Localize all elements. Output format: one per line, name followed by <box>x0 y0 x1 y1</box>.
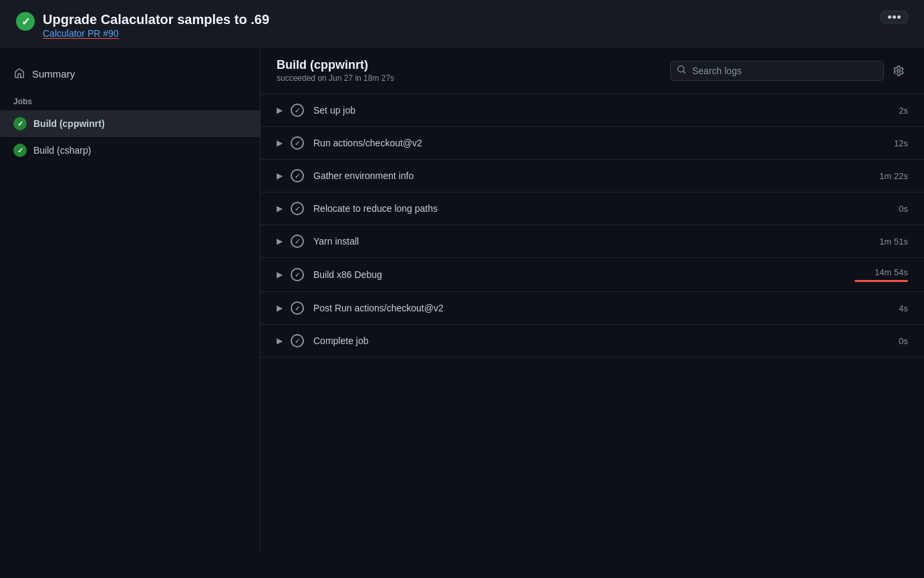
duration-with-bar: 14m 54s <box>855 267 908 282</box>
main-layout: Summary Jobs Build (cppwinrt) Build (csh… <box>0 47 924 552</box>
content-area: Build (cppwinrt) succeeded on Jun 27 in … <box>261 47 924 552</box>
step-row-run-checkout[interactable]: ▶ Run actions/checkout@v2 12s <box>261 127 924 160</box>
step-row-gather-env[interactable]: ▶ Gather environment info 1m 22s <box>261 160 924 192</box>
duration-bar <box>855 280 908 282</box>
job-success-icon-cppwinrt <box>13 117 27 130</box>
step-duration: 0s <box>899 204 908 214</box>
step-check-icon <box>291 104 304 117</box>
step-row-complete-job[interactable]: ▶ Complete job 0s <box>261 325 924 357</box>
header-left: Upgrade Calaculator samples to .69 Calcu… <box>16 11 269 39</box>
chevron-icon: ▶ <box>277 204 283 213</box>
step-name: Yarn install <box>313 236 879 247</box>
step-name: Complete job <box>313 335 899 346</box>
chevron-icon: ▶ <box>277 237 283 246</box>
page-title: Upgrade Calaculator samples to .69 <box>43 11 269 28</box>
step-duration: 2s <box>899 106 908 116</box>
step-row-yarn-install[interactable]: ▶ Yarn install 1m 51s <box>261 225 924 258</box>
sidebar-item-build-cppwinrt[interactable]: Build (cppwinrt) <box>0 110 260 137</box>
dot3 <box>897 15 901 19</box>
home-icon <box>13 67 25 80</box>
job-label-cppwinrt: Build (cppwinrt) <box>33 118 105 129</box>
chevron-icon: ▶ <box>277 336 283 345</box>
step-name: Set up job <box>313 105 899 116</box>
step-duration: 1m 22s <box>879 171 908 181</box>
step-row-relocate[interactable]: ▶ Relocate to reduce long paths 0s <box>261 192 924 225</box>
step-duration: 4s <box>899 303 908 313</box>
step-row-build-x86[interactable]: ▶ Build x86 Debug 14m 54s <box>261 258 924 292</box>
job-subtitle: succeeded on Jun 27 in 18m 27s <box>277 74 394 83</box>
step-name: Post Run actions/checkout@v2 <box>313 303 899 313</box>
content-header-left: Build (cppwinrt) succeeded on Jun 27 in … <box>277 58 394 83</box>
dot1 <box>888 15 891 19</box>
step-check-icon <box>291 301 304 315</box>
step-check-icon <box>291 202 304 215</box>
content-header: Build (cppwinrt) succeeded on Jun 27 in … <box>261 47 924 94</box>
step-name: Relocate to reduce long paths <box>313 203 899 214</box>
jobs-section-label: Jobs <box>0 86 260 110</box>
dot2 <box>893 15 896 19</box>
step-name: Gather environment info <box>313 170 879 181</box>
chevron-icon: ▶ <box>277 106 283 115</box>
chevron-icon: ▶ <box>277 171 283 180</box>
chevron-icon: ▶ <box>277 270 283 279</box>
success-icon <box>16 12 35 31</box>
step-check-icon <box>291 334 304 347</box>
step-duration: 14m 54s <box>875 267 908 277</box>
step-duration: 12s <box>894 138 908 148</box>
step-row-post-run-checkout[interactable]: ▶ Post Run actions/checkout@v2 4s <box>261 292 924 325</box>
step-name: Run actions/checkout@v2 <box>313 138 894 148</box>
job-success-icon-csharp <box>13 144 27 157</box>
job-label-csharp: Build (csharp) <box>33 145 91 156</box>
step-duration: 1m 51s <box>879 237 908 247</box>
steps-list: ▶ Set up job 2s ▶ Run actions/checkout@v… <box>261 94 924 357</box>
search-icon <box>677 65 686 76</box>
pr-link[interactable]: Calculator PR #90 <box>43 28 119 39</box>
chevron-icon: ▶ <box>277 138 283 148</box>
step-check-icon <box>291 268 304 281</box>
step-check-icon <box>291 235 304 248</box>
more-options-button[interactable] <box>881 11 908 23</box>
settings-button[interactable] <box>889 61 908 80</box>
summary-label: Summary <box>32 68 75 80</box>
search-input-wrapper <box>670 61 884 81</box>
search-input[interactable] <box>670 61 884 81</box>
chevron-icon: ▶ <box>277 303 283 313</box>
sidebar-item-build-csharp[interactable]: Build (csharp) <box>0 137 260 164</box>
search-area <box>670 61 908 81</box>
step-check-icon <box>291 136 304 150</box>
header-title-block: Upgrade Calaculator samples to .69 Calcu… <box>43 11 269 39</box>
page-header: Upgrade Calaculator samples to .69 Calcu… <box>0 0 924 47</box>
step-duration: 0s <box>899 336 908 346</box>
step-name: Build x86 Debug <box>313 269 855 280</box>
sidebar-summary-item[interactable]: Summary <box>0 61 260 86</box>
step-row-setup-job[interactable]: ▶ Set up job 2s <box>261 94 924 127</box>
sidebar: Summary Jobs Build (cppwinrt) Build (csh… <box>0 47 261 552</box>
step-check-icon <box>291 169 304 182</box>
job-title: Build (cppwinrt) <box>277 58 394 72</box>
